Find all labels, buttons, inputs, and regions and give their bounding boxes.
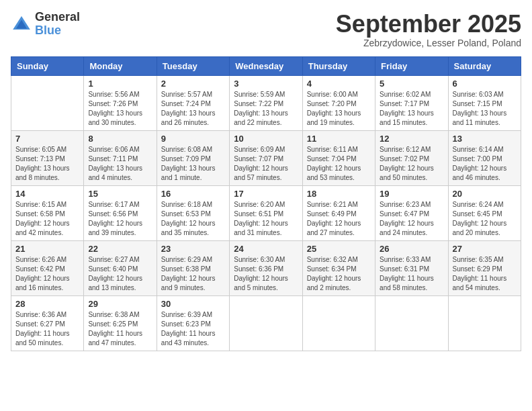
day-info: Sunrise: 6:33 AM Sunset: 6:31 PM Dayligh… — [380, 255, 443, 293]
day-info: Sunrise: 6:29 AM Sunset: 6:38 PM Dayligh… — [161, 255, 225, 293]
calendar-cell: 27Sunrise: 6:35 AM Sunset: 6:29 PM Dayli… — [448, 240, 521, 295]
day-info: Sunrise: 6:38 AM Sunset: 6:25 PM Dayligh… — [88, 310, 152, 348]
calendar-cell: 4Sunrise: 6:00 AM Sunset: 7:20 PM Daylig… — [302, 75, 375, 130]
day-info: Sunrise: 6:32 AM Sunset: 6:34 PM Dayligh… — [307, 255, 371, 293]
calendar-cell: 10Sunrise: 6:09 AM Sunset: 7:07 PM Dayli… — [230, 130, 302, 185]
day-info: Sunrise: 6:17 AM Sunset: 6:56 PM Dayligh… — [88, 200, 152, 238]
day-info: Sunrise: 6:05 AM Sunset: 7:13 PM Dayligh… — [15, 145, 79, 183]
day-number: 14 — [15, 189, 79, 199]
calendar-cell — [375, 295, 448, 351]
day-number: 11 — [307, 134, 371, 144]
header-day-wednesday: Wednesday — [230, 56, 302, 75]
day-number: 3 — [234, 79, 298, 89]
day-info: Sunrise: 6:03 AM Sunset: 7:15 PM Dayligh… — [453, 90, 517, 128]
day-number: 24 — [234, 244, 298, 254]
calendar-cell: 8Sunrise: 6:06 AM Sunset: 7:11 PM Daylig… — [84, 130, 157, 185]
title-block: September 2025 Zebrzydowice, Lesser Pola… — [336, 11, 521, 48]
week-row-1: 1Sunrise: 5:56 AM Sunset: 7:26 PM Daylig… — [11, 75, 521, 130]
day-info: Sunrise: 6:30 AM Sunset: 6:36 PM Dayligh… — [234, 255, 298, 293]
day-number: 4 — [307, 79, 371, 89]
calendar-cell: 2Sunrise: 5:57 AM Sunset: 7:24 PM Daylig… — [157, 75, 229, 130]
day-number: 6 — [453, 79, 517, 89]
calendar-cell: 23Sunrise: 6:29 AM Sunset: 6:38 PM Dayli… — [157, 240, 229, 295]
day-number: 1 — [88, 79, 152, 89]
logo-icon — [11, 13, 32, 35]
calendar-table: SundayMondayTuesdayWednesdayThursdayFrid… — [11, 56, 521, 351]
day-number: 15 — [88, 189, 152, 199]
calendar-cell: 1Sunrise: 5:56 AM Sunset: 7:26 PM Daylig… — [84, 75, 157, 130]
day-info: Sunrise: 5:56 AM Sunset: 7:26 PM Dayligh… — [88, 90, 152, 128]
logo-blue: Blue — [35, 24, 80, 38]
calendar-cell: 6Sunrise: 6:03 AM Sunset: 7:15 PM Daylig… — [448, 75, 521, 130]
calendar-cell: 15Sunrise: 6:17 AM Sunset: 6:56 PM Dayli… — [84, 185, 157, 240]
week-row-3: 14Sunrise: 6:15 AM Sunset: 6:58 PM Dayli… — [11, 185, 521, 240]
calendar-cell: 7Sunrise: 6:05 AM Sunset: 7:13 PM Daylig… — [11, 130, 84, 185]
calendar-cell: 24Sunrise: 6:30 AM Sunset: 6:36 PM Dayli… — [230, 240, 302, 295]
day-number: 29 — [88, 299, 152, 309]
header-row: SundayMondayTuesdayWednesdayThursdayFrid… — [11, 56, 521, 75]
day-info: Sunrise: 6:15 AM Sunset: 6:58 PM Dayligh… — [15, 200, 79, 238]
calendar-cell: 18Sunrise: 6:21 AM Sunset: 6:49 PM Dayli… — [302, 185, 375, 240]
day-info: Sunrise: 6:24 AM Sunset: 6:45 PM Dayligh… — [453, 200, 517, 238]
calendar-cell: 13Sunrise: 6:14 AM Sunset: 7:00 PM Dayli… — [448, 130, 521, 185]
calendar-cell: 25Sunrise: 6:32 AM Sunset: 6:34 PM Dayli… — [302, 240, 375, 295]
calendar-cell — [448, 295, 521, 351]
day-info: Sunrise: 6:35 AM Sunset: 6:29 PM Dayligh… — [453, 255, 517, 293]
header-day-thursday: Thursday — [302, 56, 375, 75]
day-info: Sunrise: 6:00 AM Sunset: 7:20 PM Dayligh… — [307, 90, 371, 128]
day-number: 9 — [161, 134, 225, 144]
logo: General Blue — [11, 11, 80, 38]
header-day-sunday: Sunday — [11, 56, 84, 75]
location-subtitle: Zebrzydowice, Lesser Poland, Poland — [336, 38, 521, 48]
day-number: 25 — [307, 244, 371, 254]
calendar-cell: 20Sunrise: 6:24 AM Sunset: 6:45 PM Dayli… — [448, 185, 521, 240]
day-number: 28 — [15, 299, 79, 309]
day-number: 13 — [453, 134, 517, 144]
day-info: Sunrise: 6:08 AM Sunset: 7:09 PM Dayligh… — [161, 145, 225, 183]
day-info: Sunrise: 6:36 AM Sunset: 6:27 PM Dayligh… — [15, 310, 79, 348]
header-day-tuesday: Tuesday — [157, 56, 229, 75]
calendar-cell: 9Sunrise: 6:08 AM Sunset: 7:09 PM Daylig… — [157, 130, 229, 185]
week-row-5: 28Sunrise: 6:36 AM Sunset: 6:27 PM Dayli… — [11, 295, 521, 351]
calendar-cell: 5Sunrise: 6:02 AM Sunset: 7:17 PM Daylig… — [375, 75, 448, 130]
week-row-4: 21Sunrise: 6:26 AM Sunset: 6:42 PM Dayli… — [11, 240, 521, 295]
day-number: 23 — [161, 244, 225, 254]
day-number: 27 — [453, 244, 517, 254]
day-number: 18 — [307, 189, 371, 199]
day-number: 16 — [161, 189, 225, 199]
day-number: 19 — [380, 189, 443, 199]
calendar-cell: 26Sunrise: 6:33 AM Sunset: 6:31 PM Dayli… — [375, 240, 448, 295]
header-day-saturday: Saturday — [448, 56, 521, 75]
calendar-cell: 11Sunrise: 6:11 AM Sunset: 7:04 PM Dayli… — [302, 130, 375, 185]
calendar-cell: 28Sunrise: 6:36 AM Sunset: 6:27 PM Dayli… — [11, 295, 84, 351]
day-info: Sunrise: 6:23 AM Sunset: 6:47 PM Dayligh… — [380, 200, 443, 238]
day-info: Sunrise: 6:14 AM Sunset: 7:00 PM Dayligh… — [453, 145, 517, 183]
day-number: 8 — [88, 134, 152, 144]
calendar-cell: 21Sunrise: 6:26 AM Sunset: 6:42 PM Dayli… — [11, 240, 84, 295]
header-day-monday: Monday — [84, 56, 157, 75]
day-number: 12 — [380, 134, 443, 144]
day-number: 26 — [380, 244, 443, 254]
day-number: 30 — [161, 299, 225, 309]
calendar-cell: 16Sunrise: 6:18 AM Sunset: 6:53 PM Dayli… — [157, 185, 229, 240]
calendar-header: SundayMondayTuesdayWednesdayThursdayFrid… — [11, 56, 521, 75]
calendar-cell: 17Sunrise: 6:20 AM Sunset: 6:51 PM Dayli… — [230, 185, 302, 240]
calendar-cell: 12Sunrise: 6:12 AM Sunset: 7:02 PM Dayli… — [375, 130, 448, 185]
day-info: Sunrise: 6:20 AM Sunset: 6:51 PM Dayligh… — [234, 200, 298, 238]
calendar-body: 1Sunrise: 5:56 AM Sunset: 7:26 PM Daylig… — [11, 75, 521, 351]
day-number: 17 — [234, 189, 298, 199]
calendar-cell: 30Sunrise: 6:39 AM Sunset: 6:23 PM Dayli… — [157, 295, 229, 351]
day-info: Sunrise: 6:18 AM Sunset: 6:53 PM Dayligh… — [161, 200, 225, 238]
day-number: 20 — [453, 189, 517, 199]
header-day-friday: Friday — [375, 56, 448, 75]
day-info: Sunrise: 5:57 AM Sunset: 7:24 PM Dayligh… — [161, 90, 225, 128]
calendar-cell: 3Sunrise: 5:59 AM Sunset: 7:22 PM Daylig… — [230, 75, 302, 130]
day-info: Sunrise: 6:02 AM Sunset: 7:17 PM Dayligh… — [380, 90, 443, 128]
day-number: 5 — [380, 79, 443, 89]
calendar-cell — [302, 295, 375, 351]
day-info: Sunrise: 6:11 AM Sunset: 7:04 PM Dayligh… — [307, 145, 371, 183]
day-info: Sunrise: 6:09 AM Sunset: 7:07 PM Dayligh… — [234, 145, 298, 183]
day-number: 22 — [88, 244, 152, 254]
calendar-cell: 19Sunrise: 6:23 AM Sunset: 6:47 PM Dayli… — [375, 185, 448, 240]
day-info: Sunrise: 6:39 AM Sunset: 6:23 PM Dayligh… — [161, 310, 225, 348]
